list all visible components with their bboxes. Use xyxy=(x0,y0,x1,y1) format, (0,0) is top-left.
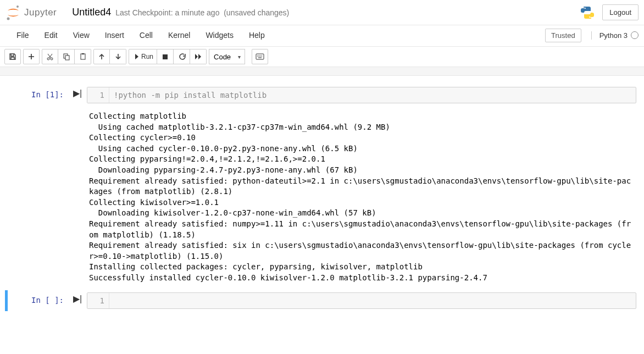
logout-button[interactable]: Logout xyxy=(602,4,639,20)
run-icon xyxy=(132,53,139,60)
checkpoint-text: Last Checkpoint: a minute ago (unsaved c… xyxy=(115,8,289,17)
code-cell[interactable]: In [ ]: ▶| 1 xyxy=(5,290,636,311)
python-logo-icon xyxy=(580,5,595,20)
menu-help[interactable]: Help xyxy=(241,27,273,43)
notebook-title[interactable]: Untitled4 xyxy=(72,7,111,18)
plus-icon xyxy=(28,53,35,60)
cell-output: Collecting matplotlib Using cached matpl… xyxy=(8,110,636,285)
menu-insert[interactable]: Insert xyxy=(97,27,132,43)
move-down-button[interactable] xyxy=(110,49,126,64)
menubar: File Edit View Insert Cell Kernel Widget… xyxy=(0,25,644,47)
copy-icon xyxy=(63,53,70,60)
menu-widgets[interactable]: Widgets xyxy=(198,27,241,43)
svg-point-0 xyxy=(16,5,19,8)
svg-rect-9 xyxy=(82,53,84,54)
svg-rect-7 xyxy=(65,56,69,60)
logo-text: Jupyter xyxy=(24,7,57,18)
jupyter-logo[interactable]: Jupyter xyxy=(5,5,57,20)
menu-kernel[interactable]: Kernel xyxy=(160,27,198,43)
code-input-area[interactable]: 1 xyxy=(87,292,636,309)
save-icon xyxy=(9,53,16,60)
menu-file[interactable]: File xyxy=(9,27,37,43)
cut-button[interactable] xyxy=(42,49,58,64)
run-button[interactable]: Run xyxy=(129,49,157,64)
code-cell[interactable]: In [1]: ▶| 1 !python -m pip install matp… xyxy=(8,85,636,106)
svg-point-2 xyxy=(585,8,586,9)
arrow-up-icon xyxy=(98,53,105,60)
copy-button[interactable] xyxy=(58,49,75,64)
svg-rect-10 xyxy=(163,54,168,59)
run-cell-icon[interactable]: ▶| xyxy=(73,294,82,309)
input-prompt: In [ ]: xyxy=(8,292,68,309)
kernel-indicator[interactable]: Python 3 xyxy=(591,31,639,40)
stop-icon xyxy=(162,54,168,60)
toolbar-spacer xyxy=(0,67,644,76)
paste-button[interactable] xyxy=(75,49,91,64)
code-content[interactable] xyxy=(109,293,118,308)
code-content[interactable]: !python -m pip install matplotlib xyxy=(109,87,271,103)
output-text: Collecting matplotlib Using cached matpl… xyxy=(87,110,636,285)
notebook-container: In [1]: ▶| 1 !python -m pip install matp… xyxy=(0,76,644,320)
keyboard-icon xyxy=(256,53,264,60)
cell-type-select[interactable]: Code xyxy=(209,49,245,64)
restart-run-all-button[interactable] xyxy=(190,49,207,64)
kernel-name: Python 3 xyxy=(599,31,628,40)
trusted-indicator[interactable]: Trusted xyxy=(545,29,581,42)
save-button[interactable] xyxy=(4,49,21,64)
add-cell-button[interactable] xyxy=(23,49,40,64)
restart-button[interactable] xyxy=(174,49,190,64)
arrow-down-icon xyxy=(115,53,121,60)
code-input-area[interactable]: 1 !python -m pip install matplotlib xyxy=(87,87,636,103)
kernel-status-icon xyxy=(631,31,639,39)
svg-rect-8 xyxy=(81,54,85,59)
menu-edit[interactable]: Edit xyxy=(37,27,65,43)
scissors-icon xyxy=(46,53,54,60)
jupyter-logo-icon xyxy=(5,5,21,20)
menu-cell[interactable]: Cell xyxy=(132,27,160,43)
move-up-button[interactable] xyxy=(93,49,110,64)
svg-point-3 xyxy=(589,16,590,18)
line-number: 1 xyxy=(87,87,109,103)
line-number: 1 xyxy=(87,293,109,308)
toolbar: Run Code ▾ xyxy=(0,47,644,67)
svg-point-1 xyxy=(7,17,10,20)
notebook-header: Jupyter Untitled4 Last Checkpoint: a min… xyxy=(0,0,644,25)
menu-view[interactable]: View xyxy=(65,27,97,43)
input-prompt: In [1]: xyxy=(8,87,68,103)
command-palette-button[interactable] xyxy=(252,49,268,64)
restart-icon xyxy=(178,53,186,60)
fast-forward-icon xyxy=(195,53,202,60)
interrupt-button[interactable] xyxy=(157,49,174,64)
paste-icon xyxy=(79,53,87,60)
run-cell-icon[interactable]: ▶| xyxy=(73,88,82,103)
